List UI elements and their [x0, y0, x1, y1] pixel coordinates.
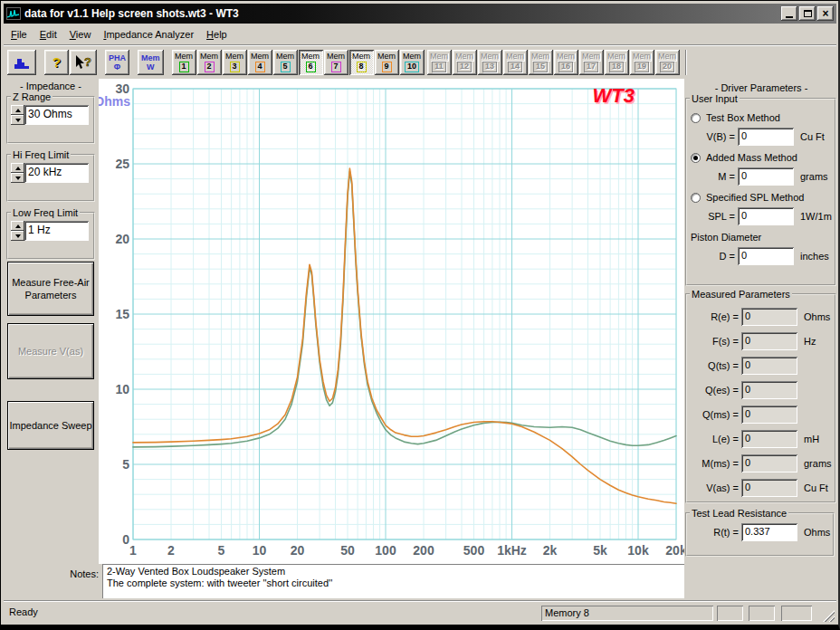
v-b-row: V(B) =0Cu Ft: [690, 128, 832, 146]
notes-line-2: The complete system: with tweeter ''shor…: [107, 578, 680, 589]
mem-2-button[interactable]: Mem2: [197, 50, 222, 75]
field-label: M =: [690, 171, 735, 182]
impedance-sweep-button[interactable]: Impedance Sweep: [7, 401, 94, 450]
param-unit: Ohms: [804, 311, 830, 322]
status-panel-3: [781, 606, 812, 621]
svg-text:0: 0: [122, 532, 129, 547]
phi-icon: Φ: [114, 62, 120, 72]
measure-free-air-button[interactable]: Measure Free-Air Parameters: [7, 262, 94, 316]
mem-9-button[interactable]: Mem9: [375, 50, 399, 75]
param-label: F(s) =: [690, 336, 739, 347]
toolbar-separator: [685, 50, 687, 75]
svg-text:20k: 20k: [665, 543, 684, 558]
mem-1-button[interactable]: Mem1: [172, 50, 196, 75]
rt-field[interactable]: 0.337: [741, 523, 797, 541]
menu-file[interactable]: File: [5, 25, 33, 43]
measured-parameters-group: Measured Parameters R(e) =0OhmsF(s) =0Hz…: [685, 289, 836, 503]
hi-freq-limit-value[interactable]: 20 kHz: [24, 163, 89, 183]
z-range-down-button[interactable]: [11, 115, 24, 125]
up-arrow-icon: [15, 109, 21, 112]
svg-text:1: 1: [129, 543, 137, 558]
mem-button-label: Mem: [455, 52, 473, 61]
m-ms-row: M(ms) =0grams: [690, 454, 832, 472]
param-label: L(e) =: [690, 434, 739, 444]
mem-button-label: Mem: [403, 52, 421, 61]
user-input-label: User Input: [690, 93, 740, 104]
v-as-field: 0: [741, 479, 797, 497]
z-range-value[interactable]: 30 Ohms: [24, 105, 89, 125]
q-ms-field: 0: [741, 406, 797, 424]
mem-10-button[interactable]: Mem10: [400, 50, 425, 75]
q-es-row: Q(es) =0: [690, 381, 832, 399]
mem-5-button[interactable]: Mem5: [273, 50, 298, 75]
spl-field[interactable]: 0: [738, 207, 794, 225]
mem-8-button[interactable]: Mem8: [349, 50, 374, 75]
piston-diameter-label: Piston Diameter: [691, 232, 832, 243]
maximize-button[interactable]: [799, 6, 816, 21]
svg-text:2k: 2k: [543, 543, 558, 558]
l-e-row: L(e) =0mH: [690, 430, 832, 448]
radio-label: Specified SPL Method: [706, 192, 804, 203]
mem-button-label: Mem: [352, 52, 370, 61]
help-button[interactable]: ?: [44, 50, 69, 75]
mem-7-button[interactable]: Mem7: [324, 50, 348, 75]
app-waveform-icon: [6, 7, 21, 20]
mem-14-button: Mem14: [503, 50, 528, 75]
impedance-chart-button[interactable]: [7, 50, 36, 75]
radio-test-box-method[interactable]: Test Box Method: [691, 112, 832, 123]
mem-button-label: Mem: [481, 52, 499, 61]
resize-grip[interactable]: [823, 610, 835, 622]
low-freq-up-button[interactable]: [11, 221, 24, 231]
piston-diameter-field[interactable]: 0: [738, 247, 794, 265]
hi-freq-down-button[interactable]: [11, 173, 24, 183]
memory-w-label: Mem: [141, 53, 160, 62]
hi-freq-limit-label: Hi Freq Limit: [11, 149, 71, 160]
mem-button-number: 14: [508, 62, 522, 72]
test-lead-resistance-group: Test Lead Resistance R(t) = 0.337 Ohms: [685, 508, 835, 557]
mem-6-button[interactable]: Mem6: [299, 50, 323, 75]
mem-button-number: 8: [357, 62, 367, 72]
radio-specified-spl-method[interactable]: Specified SPL Method: [691, 192, 832, 203]
phase-button[interactable]: PHA Φ: [105, 50, 129, 75]
z-range-up-button[interactable]: [11, 105, 24, 115]
x-tick-labels: 1251020501002005001kHz2k5k10k20k: [129, 543, 684, 558]
menu-impedance-analyzer[interactable]: Impedance Analyzer: [97, 25, 200, 43]
piston-diameter-row: D = 0 inches: [690, 247, 832, 265]
notes-textarea[interactable]: 2-Way Vented Box Loudspeaker System The …: [102, 564, 684, 598]
low-freq-limit-value[interactable]: 1 Hz: [24, 221, 89, 241]
svg-text:20: 20: [115, 232, 129, 246]
measured-parameter-rows: R(e) =0OhmsF(s) =0HzQ(ts) =0Q(es) =0Q(ms…: [690, 308, 832, 497]
mem-4-button[interactable]: Mem4: [248, 50, 272, 75]
param-label: Q(es) =: [690, 385, 739, 396]
mem-button-number: 6: [306, 62, 316, 72]
svg-text:100: 100: [375, 543, 396, 558]
menu-view[interactable]: View: [63, 25, 98, 43]
mem-button-label: Mem: [200, 52, 218, 61]
y-axis-unit-label: Ohms: [99, 94, 130, 109]
svg-text:20: 20: [291, 543, 305, 558]
mem-button-number: 10: [405, 62, 419, 72]
f-s-row: F(s) =0Hz: [690, 332, 832, 350]
close-button[interactable]: ×: [817, 6, 834, 21]
param-unit: mH: [804, 434, 819, 444]
context-help-button[interactable]: ?: [70, 50, 97, 75]
mem-button-number: 13: [482, 62, 497, 72]
minimize-button[interactable]: [781, 6, 797, 21]
hi-freq-up-button[interactable]: [11, 163, 24, 173]
mem-button-label: Mem: [557, 52, 575, 61]
mem-button-number: 20: [660, 62, 674, 72]
user-input-methods: Test Box MethodV(B) =0Cu FtAdded Mass Me…: [690, 112, 832, 225]
mem-3-button[interactable]: Mem3: [223, 50, 247, 75]
memory-w-button[interactable]: Mem W: [138, 50, 164, 75]
low-freq-down-button[interactable]: [11, 231, 24, 241]
menu-help[interactable]: Help: [200, 25, 234, 43]
mem-button-label: Mem: [251, 52, 269, 61]
menu-edit[interactable]: Edit: [33, 25, 63, 43]
v-as-row: V(as) =0Cu Ft: [690, 479, 832, 497]
low-freq-limit-label: Low Freq Limit: [11, 207, 80, 218]
chart-logo: WT3: [593, 84, 635, 107]
mem-button-label: Mem: [633, 52, 651, 61]
m-field[interactable]: 0: [738, 167, 794, 186]
v-b-field[interactable]: 0: [738, 128, 794, 146]
radio-added-mass-method[interactable]: Added Mass Method: [691, 152, 832, 163]
